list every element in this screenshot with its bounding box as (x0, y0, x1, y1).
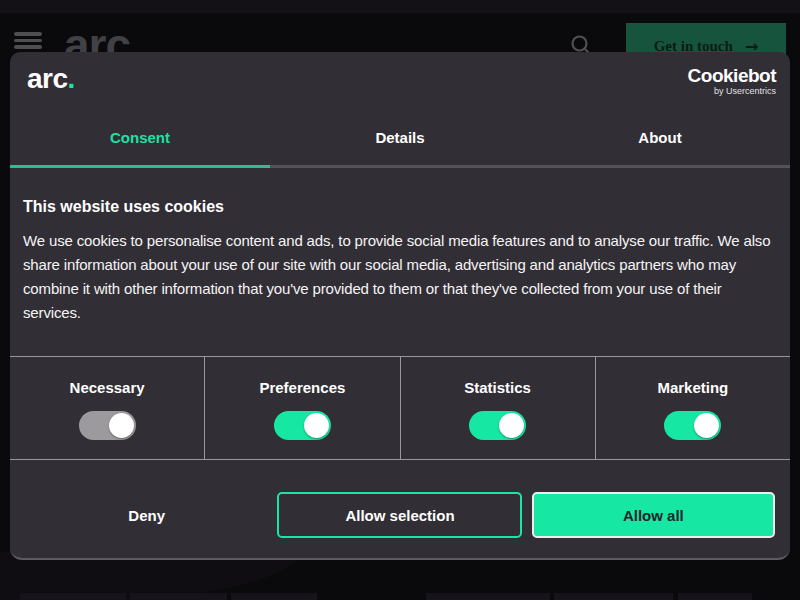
tab-details[interactable]: Details (270, 106, 530, 168)
preferences-toggle[interactable] (274, 411, 331, 440)
tab-about[interactable]: About (530, 106, 790, 168)
cookie-categories: Necessary Preferences Statistics Marketi… (10, 356, 790, 460)
category-label: Necessary (70, 379, 145, 396)
necessary-toggle[interactable] (79, 411, 136, 440)
page-top-strip (0, 0, 800, 13)
toggle-knob (499, 413, 524, 438)
page-bottom-cards (0, 593, 800, 600)
cookiebot-logo: Cookiebot (688, 66, 776, 85)
cookie-consent-dialog: arc. Cookiebot by Usercentrics Consent D… (10, 52, 790, 560)
dialog-header: arc. Cookiebot by Usercentrics (10, 52, 790, 106)
category-marketing: Marketing (595, 357, 790, 459)
tab-consent[interactable]: Consent (10, 106, 270, 168)
category-preferences: Preferences (204, 357, 399, 459)
tab-bar: Consent Details About (10, 106, 790, 168)
consent-description: We use cookies to personalise content an… (23, 229, 777, 325)
menu-icon[interactable] (14, 32, 42, 52)
marketing-toggle[interactable] (664, 411, 721, 440)
category-necessary: Necessary (10, 357, 204, 459)
allow-selection-button[interactable]: Allow selection (277, 492, 522, 538)
deny-button[interactable]: Deny (128, 507, 165, 524)
cookiebot-byline: by Usercentrics (688, 87, 776, 96)
category-statistics: Statistics (400, 357, 595, 459)
consent-buttons: Deny Allow selection Allow all (20, 492, 780, 538)
banner-logo: arc. (27, 63, 75, 95)
category-label: Statistics (464, 379, 531, 396)
cookiebot-brand: Cookiebot by Usercentrics (688, 66, 776, 96)
statistics-toggle[interactable] (469, 411, 526, 440)
toggle-knob (109, 413, 134, 438)
banner-logo-dot: . (68, 63, 75, 94)
toggle-knob (694, 413, 719, 438)
banner-logo-text: arc (27, 63, 68, 94)
consent-title: This website uses cookies (23, 198, 777, 216)
category-label: Marketing (657, 379, 728, 396)
consent-content: This website uses cookies We use cookies… (23, 168, 777, 325)
allow-all-button[interactable]: Allow all (532, 492, 775, 538)
category-label: Preferences (259, 379, 345, 396)
toggle-knob (304, 413, 329, 438)
